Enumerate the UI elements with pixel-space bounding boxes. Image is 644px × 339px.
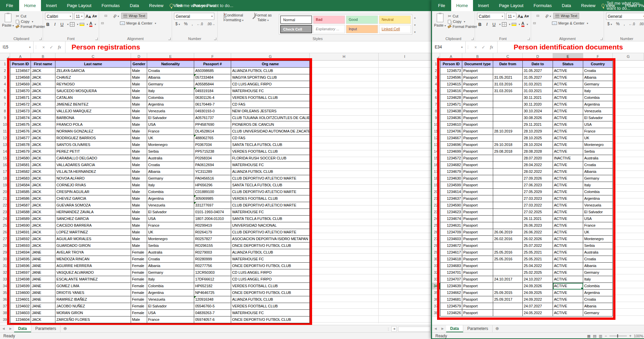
cell-E21[interactable]: ACTIVE	[553, 195, 583, 202]
cell-B18[interactable]: Passport	[462, 175, 493, 182]
row-header-2[interactable]: 2	[0, 68, 10, 74]
cell-C38[interactable]: MORAN GIRON	[55, 310, 131, 316]
cell-F29[interactable]: R0279003	[194, 249, 231, 256]
font-name-select[interactable]: Calibri▾	[45, 13, 73, 20]
sheet-nav-right-icon[interactable]: ▶	[7, 325, 14, 332]
cell-D18[interactable]: Male	[131, 175, 147, 182]
cell-F32[interactable]: Germany	[583, 269, 613, 276]
enter-icon[interactable]: ✓	[50, 45, 53, 50]
cell-E32[interactable]: ACTIVE	[553, 269, 583, 276]
cell-B3[interactable]: JACK	[31, 74, 55, 81]
cell-E28[interactable]: Serbia	[147, 242, 194, 249]
ribbon-tab-file[interactable]: File	[432, 0, 451, 11]
cell-A36[interactable]: 1234601	[10, 296, 31, 303]
row-header-28[interactable]: 28	[432, 242, 440, 249]
row-header-17[interactable]: 17	[432, 168, 440, 175]
zoom-in-icon[interactable]: +	[629, 334, 632, 338]
cell-C37[interactable]	[493, 303, 523, 310]
cell-B34[interactable]: Passport	[462, 283, 493, 290]
cell-G39[interactable]: ONCE DEPORTIVO FUTBOL CLUB	[231, 316, 310, 323]
row-header-24[interactable]: 24	[0, 216, 10, 222]
cell-C21[interactable]: CHEVEZ GARCIA	[55, 195, 131, 202]
new-sheet-button[interactable]: ⊕	[60, 325, 70, 332]
cell-A28[interactable]: 1234593	[10, 242, 31, 249]
cell-C28[interactable]: GUARDADO GIRON	[55, 242, 131, 249]
cell-A22[interactable]: 1234590	[440, 202, 462, 209]
cell-B6[interactable]: JACK	[31, 95, 55, 101]
cell-D26[interactable]: 26.06.2022	[523, 229, 553, 236]
cell-E10[interactable]: USA	[147, 121, 194, 128]
cell-D27[interactable]: Male	[131, 236, 147, 242]
ribbon-tab-formulas[interactable]: Formulas	[528, 0, 557, 11]
cell-A24[interactable]: 1234674	[440, 216, 462, 222]
gallery-scroll-arrows[interactable]: ▴▾▾	[414, 14, 416, 36]
cell-C10[interactable]: FRANCO POLA	[55, 121, 131, 128]
cell-E22[interactable]: ACTIVE	[553, 202, 583, 209]
cell-F11[interactable]: France	[583, 128, 613, 135]
zoom-slider[interactable]	[609, 336, 627, 336]
cell-B11[interactable]: JACK	[31, 128, 55, 135]
row-header-15[interactable]: 15	[0, 155, 10, 162]
cell-A37[interactable]: 1234579	[440, 303, 462, 310]
orientation-button[interactable]: ab▾	[544, 13, 552, 18]
cell-C15[interactable]	[493, 155, 523, 162]
cell-C35[interactable]: DRIOTIS YANES	[55, 290, 131, 296]
cell-E25[interactable]: ACTIVE	[553, 222, 583, 229]
shrink-font-button[interactable]: A▾	[92, 14, 97, 18]
cell-E29[interactable]: ACTIVE	[553, 249, 583, 256]
cell-F32[interactable]: 12CR50303	[194, 269, 231, 276]
cell-D1[interactable]: Date to	[523, 61, 553, 68]
cell-E2[interactable]: Croatia	[147, 68, 194, 74]
cell-F20[interactable]: Colombia	[583, 189, 613, 195]
cell-D7[interactable]: Male	[131, 101, 147, 108]
cell-F23[interactable]: El Salvador	[583, 209, 613, 216]
cell-A5[interactable]: 1234616	[440, 88, 462, 95]
cell-C33[interactable]: ESCALANTE MARTINEZ	[55, 276, 131, 283]
copy-button[interactable]: Copy▾	[448, 20, 477, 24]
cell-A37[interactable]: 1234602	[10, 303, 31, 310]
row-header-22[interactable]: 22	[0, 202, 10, 209]
cell-F28[interactable]: Serbia	[583, 242, 613, 249]
cell-C25[interactable]	[493, 222, 523, 229]
cell-E38[interactable]: ACTIVE	[553, 310, 583, 316]
cell-C4[interactable]: REYNOSO	[55, 81, 131, 88]
row-header-38[interactable]: 38	[0, 310, 10, 316]
cell-F7[interactable]: 06170449-7	[194, 101, 231, 108]
dialog-launcher-icon[interactable]	[39, 38, 42, 40]
cell-E31[interactable]: ACTIVE	[553, 263, 583, 269]
grow-font-button[interactable]: A▴	[86, 14, 91, 19]
dialog-launcher-icon[interactable]	[471, 38, 474, 40]
cell-B10[interactable]: JACK	[31, 121, 55, 128]
cell-C18[interactable]: NOVOA ALFARO	[55, 175, 131, 182]
column-header-C[interactable]: C	[493, 53, 523, 61]
cell-G36[interactable]: ALIANZA FUTBOL CLUB	[231, 296, 310, 303]
cell-D21[interactable]: Male	[131, 195, 147, 202]
cell-G27[interactable]: ASOCIACION DEPORTIVA ISIDRO METAPAN	[231, 236, 310, 242]
cell-C36[interactable]: 25.09.2017	[493, 296, 523, 303]
row-header-23[interactable]: 23	[432, 209, 440, 216]
cell-D30[interactable]: 25.05.2021	[523, 256, 553, 263]
cell-G19[interactable]: SANTA TECLA FUTBOL CLUB	[231, 182, 310, 189]
cell-D2[interactable]: Male	[131, 68, 147, 74]
cell-E39[interactable]: France	[147, 316, 194, 323]
cell-B22[interactable]: JACK	[31, 202, 55, 209]
cell-E5[interactable]: Italy	[147, 88, 194, 95]
cell-F12[interactable]: 488062765	[194, 135, 231, 142]
cell-F37[interactable]: Albania	[583, 303, 613, 310]
cell-F24[interactable]: 1807-2004-01310	[194, 216, 231, 222]
cell-D35[interactable]: Female	[131, 290, 147, 296]
cell-E23[interactable]: El Salvador	[147, 209, 194, 216]
cell-B25[interactable]: JACK	[31, 222, 55, 229]
font-size-select[interactable]: 11▾	[74, 13, 84, 20]
cell-D14[interactable]: 28.08.2028	[523, 148, 553, 155]
cell-D32[interactable]: Female	[131, 269, 147, 276]
cell-F37[interactable]: 05546760-5	[194, 303, 231, 310]
cell-A21[interactable]: 1234637	[440, 195, 462, 202]
cell-E5[interactable]: ACTIVE	[553, 88, 583, 95]
align-bottom-button[interactable]	[109, 15, 111, 16]
cell-F5[interactable]: 049319184	[194, 88, 231, 95]
cell-E31[interactable]: Albania	[147, 263, 194, 269]
cell-B25[interactable]: Passport	[462, 222, 493, 229]
cell-B8[interactable]: Passport	[462, 108, 493, 115]
cell-E33[interactable]: Italy	[147, 276, 194, 283]
